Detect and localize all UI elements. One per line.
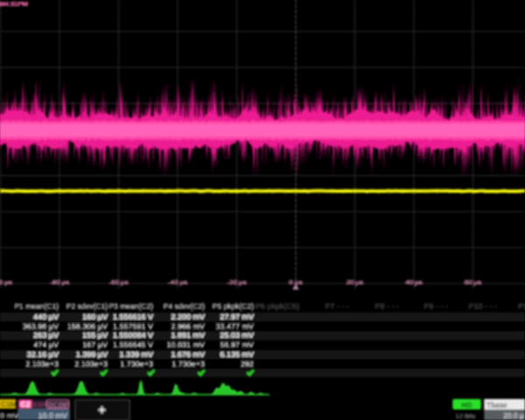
svg-text:2.103e+3: 2.103e+3 xyxy=(74,360,108,368)
svg-text:155 µV: 155 µV xyxy=(82,331,108,340)
svg-text:10.0 mV: 10.0 mV xyxy=(38,411,67,420)
svg-text:263 µV: 263 µV xyxy=(33,331,59,340)
svg-text:M4:31PM: M4:31PM xyxy=(0,0,28,8)
svg-text:1.556645 V: 1.556645 V xyxy=(113,340,153,349)
svg-text:P3 mean(C2): P3 mean(C2) xyxy=(108,302,153,311)
svg-text:20.0 µ: 20.0 µ xyxy=(503,411,524,420)
svg-text:DC1M: DC1M xyxy=(48,401,66,409)
svg-text:474 µV: 474 µV xyxy=(33,340,59,349)
svg-text:-80 µs: -80 µs xyxy=(50,278,69,286)
svg-text:Tbase: Tbase xyxy=(486,401,508,410)
svg-text:167 µV: 167 µV xyxy=(82,340,108,349)
svg-text:2.200 mV: 2.200 mV xyxy=(171,312,205,321)
svg-text:P9 - - -: P9 - - - xyxy=(424,302,448,311)
svg-text:40 µs: 40 µs xyxy=(405,278,423,286)
svg-text:32.16 µV: 32.16 µV xyxy=(27,350,59,359)
svg-text:1.550084 V: 1.550084 V xyxy=(113,331,153,340)
svg-text:10.031 mV: 10.031 mV xyxy=(166,340,205,349)
svg-text:1.730e+3: 1.730e+3 xyxy=(120,360,153,368)
svg-text:2.966 mV: 2.966 mV xyxy=(171,322,205,331)
svg-text:6.135 mV: 6.135 mV xyxy=(220,350,254,359)
svg-text:1.891 mV: 1.891 mV xyxy=(171,331,205,340)
svg-text:ESR: ESR xyxy=(33,401,48,409)
svg-text:P1..: P1.. xyxy=(518,302,525,311)
svg-text:0 mV: 0 mV xyxy=(0,411,18,420)
svg-text:292: 292 xyxy=(241,360,254,368)
svg-text:60 µs: 60 µs xyxy=(465,278,482,286)
svg-text:-40 µs: -40 µs xyxy=(168,278,187,286)
svg-text:158.306 µV: 158.306 µV xyxy=(67,322,108,331)
svg-text:P6 pkpk(C5): P6 pkpk(C5) xyxy=(256,302,299,311)
svg-text:-100 µs: -100 µs xyxy=(0,278,12,286)
svg-text:-20 µs: -20 µs xyxy=(227,278,246,286)
svg-text:363.98 µV: 363.98 µV xyxy=(23,322,59,331)
svg-text:P7 - - -: P7 - - - xyxy=(325,302,349,311)
svg-text:P1 mean(C1): P1 mean(C1) xyxy=(14,302,59,311)
svg-text:P4 sdev(C2): P4 sdev(C2) xyxy=(164,302,205,311)
svg-text:440 µV: 440 µV xyxy=(33,312,59,321)
svg-text:27.97 mV: 27.97 mV xyxy=(220,312,254,321)
svg-text:1.339 mV: 1.339 mV xyxy=(119,350,153,359)
svg-text:C2: C2 xyxy=(21,400,31,409)
svg-text:1.557591 V: 1.557591 V xyxy=(113,322,153,331)
svg-text:1.556616 V: 1.556616 V xyxy=(113,312,153,321)
svg-text:56.97 mV: 56.97 mV xyxy=(220,340,254,349)
svg-text:160 µV: 160 µV xyxy=(82,312,108,321)
svg-text:33.477 mV: 33.477 mV xyxy=(215,322,254,331)
svg-text:P10 - - -: P10 - - - xyxy=(468,302,497,311)
svg-text:25.03 mV: 25.03 mV xyxy=(220,331,254,340)
svg-text:C1M: C1M xyxy=(1,400,17,409)
svg-text:P2 sdev(C1): P2 sdev(C1) xyxy=(66,302,108,311)
svg-text:HD: HD xyxy=(461,401,472,410)
svg-text:12 Bits: 12 Bits xyxy=(456,412,476,420)
svg-text:-60 µs: -60 µs xyxy=(108,278,128,286)
svg-text:P8 - - -: P8 - - - xyxy=(374,302,399,311)
svg-text:1.399 µV: 1.399 µV xyxy=(76,350,108,359)
svg-text:1.676 mV: 1.676 mV xyxy=(171,350,205,359)
svg-text:20 µs: 20 µs xyxy=(346,278,364,286)
svg-text:P5 pkpk(C2): P5 pkpk(C2) xyxy=(213,302,254,311)
svg-text:2.103e+3: 2.103e+3 xyxy=(25,360,59,368)
svg-text:1.730e+3: 1.730e+3 xyxy=(172,360,205,368)
